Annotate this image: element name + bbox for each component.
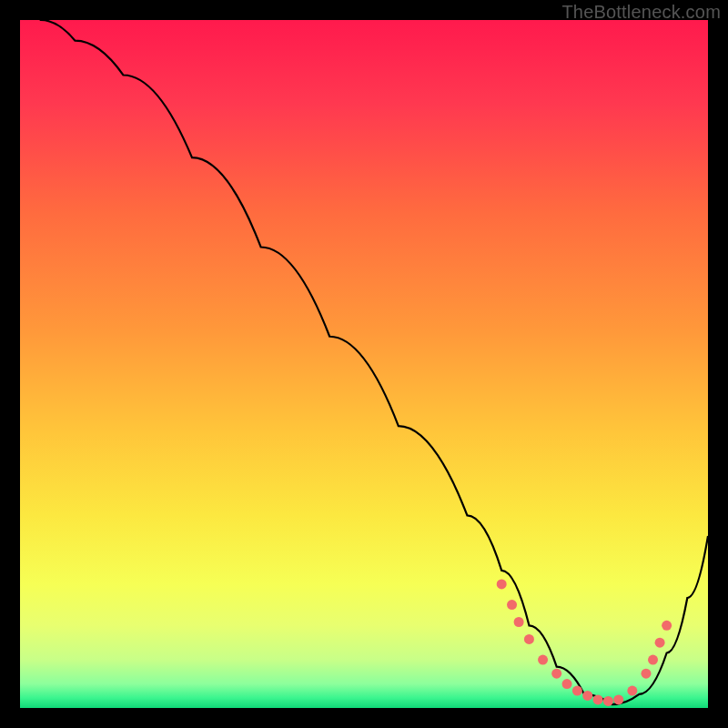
plot-area [20,20,708,708]
svg-rect-0 [20,20,708,708]
attribution-text: TheBottleneck.com [561,2,721,23]
chart-frame: TheBottleneck.com [0,0,728,728]
gradient-background [20,20,708,708]
